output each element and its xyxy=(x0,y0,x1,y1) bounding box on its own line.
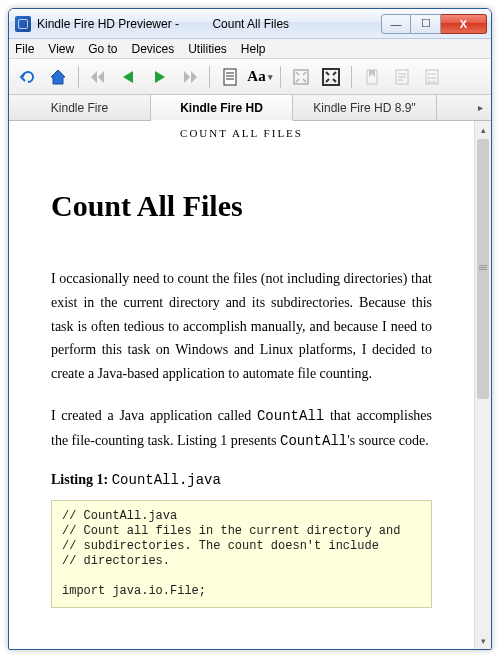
content-area: COUNT ALL FILES Count All Files I occasi… xyxy=(9,121,491,649)
code-listing: // CountAll.java // Count all files in t… xyxy=(51,500,432,608)
fit-width-button[interactable] xyxy=(288,64,314,90)
menu-help[interactable]: Help xyxy=(241,42,266,56)
font-label: Aa xyxy=(247,68,265,85)
menu-file[interactable]: File xyxy=(15,42,34,56)
tab-kindle-fire-hd-89[interactable]: Kindle Fire HD 8.9" xyxy=(293,95,437,120)
fit-width-icon xyxy=(292,68,310,86)
paragraph: I created a Java application called Coun… xyxy=(51,404,432,454)
scroll-up-button[interactable]: ▴ xyxy=(475,121,491,138)
toolbar-separator xyxy=(280,66,281,88)
tab-kindle-fire-hd[interactable]: Kindle Fire HD xyxy=(151,95,293,121)
tab-overflow-button[interactable]: ▸ xyxy=(471,95,489,120)
home-button[interactable] xyxy=(45,64,71,90)
device-tabbar: Kindle Fire Kindle Fire HD Kindle Fire H… xyxy=(9,95,491,121)
first-page-button[interactable] xyxy=(86,64,112,90)
app-icon xyxy=(15,16,31,32)
notes-button[interactable] xyxy=(389,64,415,90)
home-icon xyxy=(49,68,67,86)
svg-rect-0 xyxy=(224,69,236,85)
toolbar: Aa ▾ xyxy=(9,59,491,95)
document-page: COUNT ALL FILES Count All Files I occasi… xyxy=(9,121,474,649)
page-view-button[interactable] xyxy=(217,64,243,90)
app-window: Kindle Fire HD Previewer - Count All Fil… xyxy=(8,8,492,650)
toc-button[interactable] xyxy=(419,64,445,90)
running-head: COUNT ALL FILES xyxy=(51,121,432,141)
svg-point-14 xyxy=(428,77,430,79)
fit-page-icon xyxy=(321,67,341,87)
last-page-button[interactable] xyxy=(176,64,202,90)
chevron-down-icon: ▾ xyxy=(268,72,273,82)
document-title: Count All Files xyxy=(51,189,432,223)
scroll-thumb[interactable] xyxy=(477,139,489,399)
next-icon xyxy=(151,70,167,84)
svg-point-12 xyxy=(428,73,430,75)
prev-icon xyxy=(121,70,137,84)
menu-devices[interactable]: Devices xyxy=(132,42,175,56)
scroll-grip-icon xyxy=(477,265,489,273)
paragraph: I occasionally need to count the files (… xyxy=(51,267,432,386)
fit-page-button[interactable] xyxy=(318,64,344,90)
window-title: Kindle Fire HD Previewer - Count All Fil… xyxy=(37,17,289,31)
titlebar[interactable]: Kindle Fire HD Previewer - Count All Fil… xyxy=(9,9,491,39)
close-button[interactable]: X xyxy=(441,14,487,34)
menu-goto[interactable]: Go to xyxy=(88,42,117,56)
toolbar-separator xyxy=(78,66,79,88)
undo-icon xyxy=(19,68,37,86)
menu-view[interactable]: View xyxy=(48,42,74,56)
svg-rect-5 xyxy=(323,69,339,85)
first-icon xyxy=(90,70,108,84)
window-controls: — ☐ X xyxy=(381,14,487,34)
font-size-dropdown[interactable]: Aa ▾ xyxy=(247,64,273,90)
toolbar-separator xyxy=(351,66,352,88)
bookmark-button[interactable] xyxy=(359,64,385,90)
last-icon xyxy=(180,70,198,84)
svg-point-16 xyxy=(428,81,430,83)
toolbar-separator xyxy=(209,66,210,88)
undo-button[interactable] xyxy=(15,64,41,90)
vertical-scrollbar[interactable]: ▴ ▾ xyxy=(474,121,491,649)
toc-icon xyxy=(424,68,440,86)
listing-caption: Listing 1: CountAll.java xyxy=(51,472,432,488)
maximize-button[interactable]: ☐ xyxy=(411,14,441,34)
tab-kindle-fire[interactable]: Kindle Fire xyxy=(9,95,151,120)
notes-icon xyxy=(394,68,410,86)
minimize-button[interactable]: — xyxy=(381,14,411,34)
prev-page-button[interactable] xyxy=(116,64,142,90)
menubar: File View Go to Devices Utilities Help xyxy=(9,39,491,59)
scroll-down-button[interactable]: ▾ xyxy=(475,632,491,649)
menu-utilities[interactable]: Utilities xyxy=(188,42,227,56)
next-page-button[interactable] xyxy=(146,64,172,90)
bookmark-icon xyxy=(364,68,380,86)
page-icon xyxy=(222,68,238,86)
